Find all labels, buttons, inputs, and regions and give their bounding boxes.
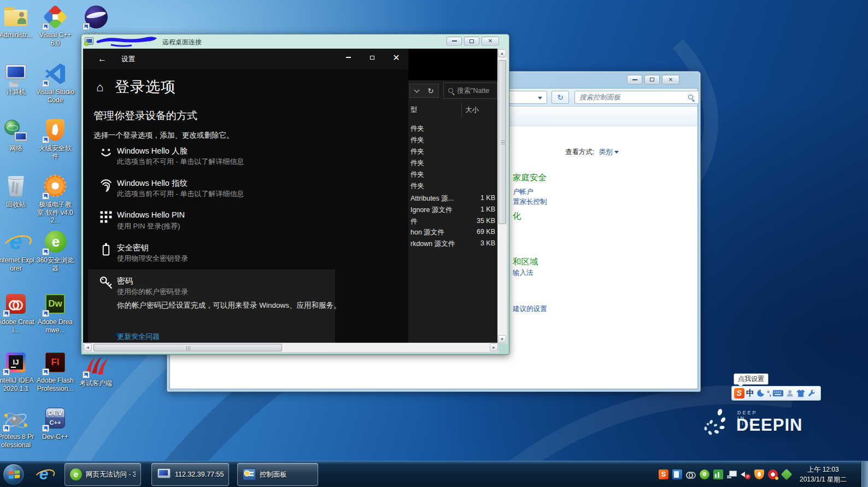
file-row-type[interactable]: rkdown 源文件 [410, 239, 455, 249]
taskbar-button-browser[interactable]: e 网页无法访问 - 3... [64, 463, 141, 486]
desktop-icon-vscode[interactable]: Visual Studio Code [36, 61, 74, 104]
tray-360-icon[interactable]: e [700, 470, 709, 479]
cp-link-user-accounts[interactable]: 户帐户 [513, 187, 533, 197]
option-title[interactable]: Windows Hello 指纹 [117, 178, 187, 189]
desktop-icon-recycle-bin[interactable]: 回收站 [0, 174, 35, 209]
taskbar-button-rdp[interactable]: 112.32.39.77:55... [151, 463, 229, 486]
update-security-questions-link[interactable]: 更新安全问题 [117, 332, 160, 342]
cp-heading-family-safety[interactable]: 家庭安全 [513, 172, 547, 184]
desktop-icon-administrator[interactable]: Administr... [0, 4, 35, 39]
minimize-button[interactable] [447, 37, 462, 45]
desktop-icon-adobe-cc[interactable]: Adobe Creati... [0, 291, 35, 334]
sogou-logo-icon[interactable]: S [734, 388, 744, 398]
file-row[interactable]: 件夹 [410, 159, 424, 168]
desktop-icon-internet-explorer[interactable]: e Internet Explorer [0, 230, 35, 272]
chevron-down-icon[interactable] [538, 97, 542, 99]
desktop-icon-jiyu[interactable]: 极域电子教室 软件 v4.0 2... [36, 174, 74, 225]
settings-titlebar[interactable]: ← 设置 ✕ [83, 49, 408, 69]
explorer-search-input[interactable] [457, 83, 496, 98]
tray-volume-muted-icon[interactable] [741, 470, 750, 479]
cp-link-input-method[interactable]: 输入法 [513, 268, 533, 278]
chevron-down-icon[interactable] [414, 87, 419, 93]
home-icon[interactable]: ⌂ [96, 80, 103, 95]
desktop-icon-exam-client[interactable]: 考试客户端 [77, 353, 115, 388]
punctuation-icon[interactable]: °, [767, 389, 771, 397]
show-desktop-button[interactable] [861, 461, 868, 487]
back-button[interactable]: ← [94, 52, 110, 66]
restore-button[interactable] [464, 37, 479, 45]
file-row[interactable]: 件夹 [410, 170, 424, 179]
file-row-type[interactable]: Ignore 源文件 [410, 206, 452, 215]
view-by-value[interactable]: 类别 [599, 148, 612, 156]
refresh-button[interactable]: ↻ [552, 91, 569, 104]
desktop-icon-proteus[interactable]: Proteus 8 Professional [0, 406, 35, 449]
option-title[interactable]: Windows Hello 人脸 [117, 146, 187, 156]
skin-shirt-icon[interactable] [796, 389, 806, 398]
scrollbar-thumb[interactable] [498, 60, 506, 224]
file-row[interactable]: 件夹 [410, 181, 424, 191]
scroll-up-arrow[interactable]: ▲ [498, 49, 506, 57]
desktop-icon-dev-cpp[interactable]: DEVC++ Dev-C++ [36, 406, 74, 441]
close-button[interactable]: ✕ [482, 37, 499, 45]
scrollbar-thumb[interactable] [93, 344, 282, 351]
tray-dictionary-icon[interactable] [672, 470, 682, 479]
tray-sogou-icon[interactable]: S [659, 470, 668, 479]
taskbar-ie-icon[interactable]: e [34, 465, 54, 484]
user-icon[interactable] [785, 389, 794, 398]
maximize-button[interactable] [644, 75, 660, 84]
control-panel-search[interactable] [574, 91, 699, 104]
taskbar-button-control-panel[interactable]: 控制面板 [237, 463, 318, 486]
explorer-search-box[interactable] [443, 83, 497, 99]
scroll-right-arrow[interactable]: ► [490, 343, 498, 351]
scroll-left-arrow[interactable]: ◄ [84, 343, 92, 351]
keyboard-icon[interactable] [772, 389, 784, 398]
tray-huorong-icon[interactable] [754, 470, 764, 479]
minimize-button[interactable] [627, 75, 642, 84]
scroll-down-arrow[interactable]: ▼ [498, 335, 506, 343]
desktop-icon-flash[interactable]: Fl Adobe Flash Profession... [36, 350, 74, 392]
tray-network-icon[interactable] [727, 470, 737, 479]
desktop-icon-network[interactable]: 网络 [0, 118, 35, 152]
maximize-button[interactable] [360, 49, 384, 66]
rdp-titlebar[interactable]: 远程桌面连接 ✕ [81, 34, 509, 49]
wrench-icon[interactable] [807, 389, 816, 398]
file-row-type[interactable]: Attributes 源... [410, 194, 454, 203]
cp-heading-region[interactable]: 和区域 [513, 256, 538, 268]
close-button[interactable]: ✕ [384, 49, 408, 66]
file-row[interactable]: 件夹 [410, 124, 424, 133]
cp-heading-personalization[interactable]: 化 [513, 210, 521, 222]
desktop-icon-huorong[interactable]: 火绒安全软件 [36, 118, 74, 160]
file-row[interactable]: 件夹 [410, 147, 424, 156]
ime-mode-chinese[interactable]: 中 [746, 388, 754, 398]
ime-toolbar[interactable]: S 中 °, [731, 386, 821, 401]
desktop-icon-360-browser[interactable]: e 360安全浏览器 [36, 230, 74, 272]
view-by-control[interactable]: 查看方式:类别 [565, 148, 619, 157]
minimize-button[interactable] [336, 49, 360, 66]
option-title[interactable]: Windows Hello PIN [117, 210, 185, 219]
start-button[interactable] [3, 463, 25, 485]
taskbar-clock[interactable]: 上午 12:03 2013/1/1 星期二 [791, 465, 855, 484]
desktop-icon-dreamweaver[interactable]: Dw Adobe Dreamwe... [36, 291, 74, 334]
refresh-icon[interactable]: ↻ [428, 87, 434, 95]
explorer-nav-controls[interactable]: ↻ [409, 84, 439, 98]
column-header-type[interactable]: 型 [410, 105, 418, 115]
search-input[interactable] [579, 92, 683, 103]
cp-link-parental-controls[interactable]: 置家长控制 [513, 197, 547, 207]
file-row-type[interactable]: hon 源文件 [410, 228, 444, 237]
cp-link-suggested-settings[interactable]: 建议的设置 [513, 304, 547, 314]
desktop-icon-visual-cpp[interactable]: Visual C++ 6.0 [36, 4, 74, 47]
moon-icon[interactable] [756, 389, 765, 398]
column-header-size[interactable]: 大小 [465, 105, 479, 115]
tray-classroom-icon[interactable] [768, 470, 778, 479]
file-row[interactable]: 件夹 [410, 136, 424, 145]
tray-chart-icon[interactable] [713, 470, 723, 479]
rdp-horizontal-scrollbar[interactable]: ◄ ► [83, 343, 498, 353]
rdp-vertical-scrollbar[interactable]: ▲ ▼ [497, 49, 507, 344]
option-title[interactable]: 密码 [117, 276, 133, 286]
tray-adobe-cc-icon[interactable] [686, 470, 696, 479]
search-icon[interactable] [688, 95, 693, 99]
desktop-icon-computer[interactable]: 计算机 [0, 61, 35, 96]
file-row-type[interactable]: 件 [410, 217, 418, 226]
option-title[interactable]: 安全密钥 [117, 243, 149, 253]
close-button[interactable]: ✕ [662, 75, 679, 84]
